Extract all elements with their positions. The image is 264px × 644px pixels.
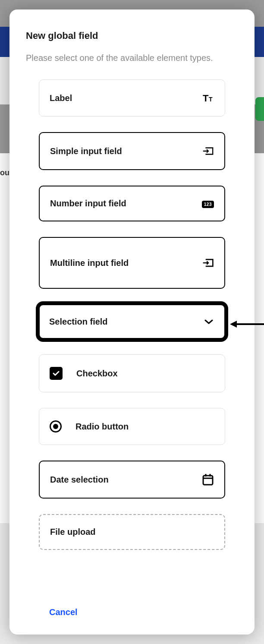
option-text: Selection field — [49, 317, 203, 327]
background-text: ou — [0, 168, 9, 177]
modal-footer: Cancel — [26, 594, 238, 622]
option-text: Date selection — [50, 475, 202, 485]
option-file-upload[interactable]: File upload — [39, 514, 225, 550]
number-icon: 123 — [202, 200, 214, 208]
checkbox-icon — [50, 367, 63, 380]
svg-rect-2 — [203, 476, 213, 485]
option-text: Multiline input field — [50, 258, 202, 268]
option-multiline-input[interactable]: Multiline input field — [39, 237, 225, 289]
option-text: Radio button — [75, 422, 214, 432]
option-simple-input[interactable]: Simple input field — [39, 132, 225, 170]
option-number-input[interactable]: Number input field 123 — [39, 186, 225, 221]
chevron-down-icon — [203, 316, 215, 328]
text-format-icon: T T — [202, 92, 214, 104]
radio-icon — [50, 420, 62, 432]
option-text: Number input field — [50, 199, 202, 208]
field-type-options: Label T T Simple input field Number inpu… — [26, 79, 238, 594]
cancel-button[interactable]: Cancel — [49, 607, 78, 617]
option-selection-field[interactable]: Selection field — [39, 304, 225, 339]
modal-title: New global field — [26, 30, 238, 41]
input-icon — [202, 145, 214, 157]
annotation-arrow — [230, 318, 264, 331]
option-text: Label — [50, 93, 202, 103]
option-text: File upload — [50, 527, 214, 537]
option-checkbox[interactable]: Checkbox — [39, 354, 225, 392]
option-radio-button[interactable]: Radio button — [39, 408, 225, 445]
option-date-selection[interactable]: Date selection — [39, 461, 225, 499]
new-field-modal: New global field Please select one of th… — [9, 9, 255, 635]
svg-marker-4 — [230, 321, 237, 328]
svg-text:T: T — [209, 96, 213, 102]
calendar-icon — [202, 474, 214, 486]
input-icon — [202, 257, 214, 269]
modal-subtitle: Please select one of the available eleme… — [26, 52, 238, 64]
svg-text:T: T — [203, 94, 209, 102]
option-text: Simple input field — [50, 146, 202, 156]
option-text: Checkbox — [76, 369, 214, 379]
option-label[interactable]: Label T T — [39, 79, 225, 117]
